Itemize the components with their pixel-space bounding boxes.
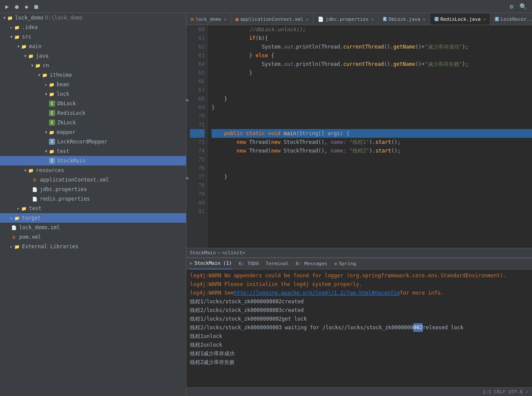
bottom-tab-run[interactable]: ▶ StockMain (1) — [190, 258, 232, 269]
sidebar-item-main[interactable]: ▼ 📁 main — [0, 42, 186, 51]
test2-label: test — [29, 205, 42, 211]
toolbar-settings-btn[interactable]: ⚙ — [508, 2, 515, 11]
sidebar-item-test2[interactable]: ► 📁 test — [0, 204, 186, 213]
stockmain-icon: C — [49, 157, 55, 164]
bottom-tab-todo[interactable]: 6: TODO — [239, 258, 259, 269]
bottom-tab-messages-label: 0: Messages — [296, 261, 327, 266]
redislock-icon: C — [49, 110, 55, 117]
tab-lock-demo-close[interactable]: ✕ — [224, 17, 226, 22]
target-arrow: ► — [10, 216, 13, 220]
sidebar-item-java[interactable]: ▼ 📁 java — [0, 51, 186, 61]
lockrecordmapper-label: LockRecordMapper — [57, 139, 108, 145]
toolbar-search-btn[interactable]: 🔍 — [518, 2, 529, 11]
tab-appctx-close[interactable]: ✕ — [306, 17, 309, 22]
ln-63: 63 — [190, 51, 205, 60]
tab-jdbc-close[interactable]: ✕ — [371, 17, 374, 22]
code-area[interactable]: 60 61 62 63 64 65 66 67 ▶68 69 70 71 72 … — [186, 25, 532, 248]
sidebar-item-extlibs[interactable]: ► 📁 External Libraries — [0, 242, 186, 251]
code-line-60: //dbLock.unlock(); — [212, 25, 532, 34]
lockrecordmapper-icon: I — [49, 138, 55, 145]
sidebar-item-itheima[interactable]: ▼ 📁 itheima — [0, 70, 186, 80]
bottom-tab-terminal[interactable]: Terminal — [266, 258, 289, 269]
breadcrumb: StockMain › <clinit> — [186, 248, 532, 257]
sidebar-item-stockmain[interactable]: C StockMain — [0, 156, 186, 166]
breadcrumb-stockmain[interactable]: StockMain — [190, 250, 216, 256]
bottom-status-right: 1:1 CRLF UTF-8 ✓ — [483, 389, 529, 395]
tab-redislock-icon: C — [434, 17, 438, 21]
console-thread2-waiting-prefix: 线程2/locks/stock_zk0000000003 waiting for… — [190, 323, 413, 332]
sidebar-item-mapper[interactable]: ▼ 📁 mapper — [0, 127, 186, 137]
sidebar-item-src[interactable]: ▼ 📁 src — [0, 32, 186, 42]
sidebar-item-idea[interactable]: ► 📁 .idea — [0, 23, 186, 32]
tab-dblock[interactable]: C DbLock.java ✕ — [379, 13, 430, 25]
sidebar-item-iml[interactable]: 📄 lock_demo.iml — [0, 223, 186, 232]
toolbar-debug-btn[interactable]: ● — [13, 2, 20, 11]
cn-folder-icon: 📁 — [34, 62, 41, 69]
src-arrow: ▼ — [10, 35, 13, 39]
redis-label: redis.properties — [40, 196, 90, 202]
ln-80: 80 — [190, 198, 205, 207]
appctx-label: applicationContext.xml — [40, 177, 109, 183]
code-line-78 — [212, 181, 532, 190]
itheima-label: itheima — [50, 72, 72, 78]
main-folder-icon: 📁 — [20, 43, 27, 50]
sidebar-item-zklock[interactable]: C ZkLock — [0, 118, 186, 127]
tab-appctx[interactable]: ■ applicationContext.xml ✕ — [231, 13, 313, 25]
sidebar-item-bean[interactable]: ► 📁 bean — [0, 80, 186, 89]
target-label: target — [22, 215, 41, 221]
toolbar-stop-btn[interactable]: ■ — [33, 2, 39, 11]
console-line-1: log4j:WARN No appenders could be found f… — [190, 271, 529, 280]
bottom-tab-bar: ▶ StockMain (1) 6: TODO Terminal 0: Mess… — [186, 258, 532, 269]
console-line-9: 线程2unlock — [190, 341, 529, 349]
extlibs-label: External Libraries — [22, 243, 78, 250]
sidebar-item-lockrecordmapper[interactable]: I LockRecordMapper — [0, 137, 186, 146]
sidebar-item-redis[interactable]: 📄 redis.properties — [0, 194, 186, 204]
tab-dblock-close[interactable]: ✕ — [423, 17, 425, 22]
tab-redislock-close[interactable]: ✕ — [483, 17, 486, 22]
tab-jdbc[interactable]: 📄 jdbc.properties ✕ — [313, 13, 379, 25]
tab-dblock-icon: C — [383, 17, 387, 21]
tab-bar: m lock_demo ✕ ■ applicationContext.xml ✕… — [186, 13, 532, 25]
cn-arrow: ▼ — [31, 64, 33, 68]
sidebar-item-dblock[interactable]: C DbLock — [0, 99, 186, 108]
zklock-label: ZkLock — [57, 120, 76, 126]
toolbar-run-btn[interactable]: ▶ — [3, 2, 10, 11]
code-line-63: } else { — [212, 51, 532, 60]
tab-redislock[interactable]: C RedisLock.java ✕ — [430, 13, 490, 25]
sidebar-item-cn[interactable]: ▼ 📁 cn — [0, 61, 186, 70]
console-log4j-link[interactable]: http://logging.apache.org/log4j/1.2/faq.… — [234, 289, 400, 297]
bottom-tab-spring[interactable]: ◆ Spring — [334, 258, 356, 269]
ln-62: 62 — [190, 42, 205, 51]
bottom-tab-todo-label: 6: TODO — [239, 261, 259, 266]
sidebar-item-redislock[interactable]: C RedisLock — [0, 108, 186, 118]
stockmain-label: StockMain — [57, 158, 85, 164]
code-line-77: } — [212, 172, 532, 181]
src-folder-icon: 📁 — [13, 33, 20, 40]
project-root[interactable]: ▼ 📁 lock_demo D:\lock_demo — [0, 13, 186, 23]
sidebar-item-appctx[interactable]: 🗎 applicationContext.xml — [0, 175, 186, 185]
console-thread2-waiting-suffix: released lock — [423, 323, 463, 332]
test2-arrow: ► — [17, 207, 20, 211]
code-line-79 — [212, 190, 532, 198]
sidebar-item-lock[interactable]: ▼ 📁 lock — [0, 89, 186, 99]
sidebar-item-resources[interactable]: ▼ 📁 resources — [0, 166, 186, 175]
sidebar-item-pom[interactable]: 🗎 pom.xml — [0, 232, 186, 242]
console-thread1-success: 线程1减少库存成功 — [190, 349, 235, 358]
code-line-81 — [212, 207, 532, 216]
breadcrumb-clinit[interactable]: <clinit> — [222, 250, 245, 256]
bottom-tab-messages[interactable]: 0: Messages — [296, 258, 327, 269]
pom-label: pom.xml — [19, 234, 41, 240]
console-thread1-created: 线程1/locks/stock_zk0000000002created — [190, 297, 304, 306]
cn-label: cn — [43, 62, 49, 68]
sidebar-item-jdbc[interactable]: 📄 jdbc.properties — [0, 185, 186, 194]
sidebar-item-test[interactable]: ▼ 📁 test — [0, 146, 186, 156]
toolbar-build-btn[interactable]: ◆ — [23, 2, 30, 11]
tab-lockrecord[interactable]: C LockRecor... ✕ — [490, 13, 532, 25]
sidebar: ▼ 📁 lock_demo D:\lock_demo ► 📁 .idea ▼ 📁… — [0, 13, 186, 396]
mapper-label: mapper — [57, 129, 75, 135]
code-line-65: } — [212, 68, 532, 77]
tab-lock-demo[interactable]: m lock_demo ✕ — [186, 13, 231, 25]
resources-label: resources — [36, 167, 64, 173]
sidebar-item-target[interactable]: ► 📁 target — [0, 213, 186, 223]
idea-label: .idea — [22, 24, 38, 30]
